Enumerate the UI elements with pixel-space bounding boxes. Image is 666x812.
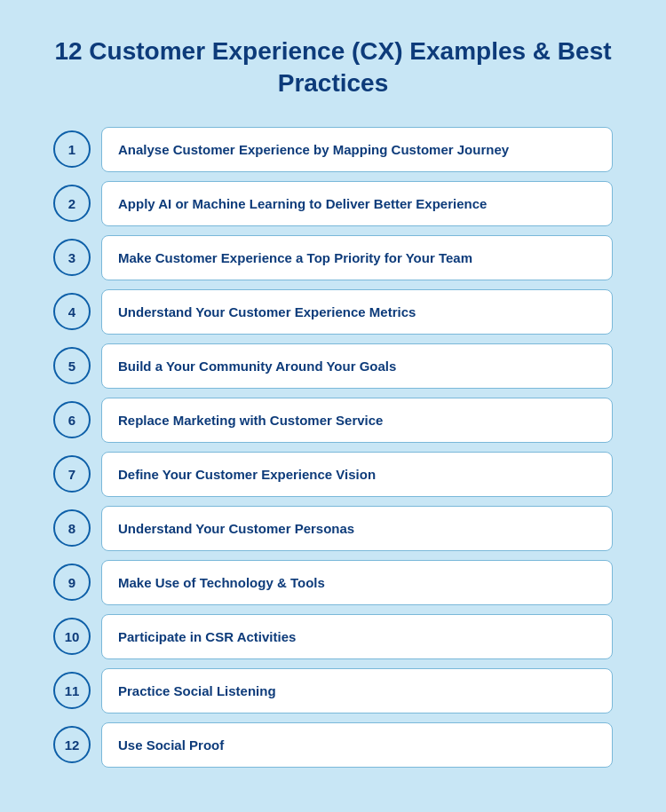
item-label: Make Customer Experience a Top Priority … (101, 235, 613, 280)
number-badge: 9 (53, 564, 91, 601)
item-label: Build a Your Community Around Your Goals (101, 343, 613, 389)
item-label: Replace Marketing with Customer Service (101, 398, 613, 443)
list-item: 6Replace Marketing with Customer Service (53, 398, 613, 443)
list-item: 12Use Social Proof (53, 722, 613, 768)
number-badge: 5 (53, 347, 91, 384)
list-item: 3Make Customer Experience a Top Priority… (53, 235, 613, 280)
list-item: 1Analyse Customer Experience by Mapping … (53, 127, 613, 172)
number-badge: 4 (53, 293, 91, 330)
number-badge: 1 (53, 130, 91, 168)
number-badge: 11 (53, 672, 91, 709)
list-item: 7Define Your Customer Experience Vision (53, 452, 613, 497)
items-list: 1Analyse Customer Experience by Mapping … (53, 127, 613, 768)
number-badge: 3 (53, 239, 91, 276)
item-label: Understand Your Customer Personas (101, 506, 613, 551)
list-item: 4Understand Your Customer Experience Met… (53, 289, 613, 335)
number-badge: 6 (53, 401, 91, 438)
item-label: Analyse Customer Experience by Mapping C… (101, 127, 613, 172)
number-badge: 2 (53, 185, 91, 222)
item-label: Understand Your Customer Experience Metr… (101, 289, 613, 335)
item-label: Practice Social Listening (101, 668, 613, 713)
list-item: 10Participate in CSR Activities (53, 614, 613, 659)
number-badge: 10 (53, 618, 91, 655)
number-badge: 12 (53, 726, 91, 763)
list-item: 5Build a Your Community Around Your Goal… (53, 343, 613, 389)
list-item: 8Understand Your Customer Personas (53, 506, 613, 551)
list-item: 9Make Use of Technology & Tools (53, 560, 613, 605)
item-label: Apply AI or Machine Learning to Deliver … (101, 181, 613, 226)
item-label: Use Social Proof (101, 722, 613, 768)
item-label: Participate in CSR Activities (101, 614, 613, 659)
page-title: 12 Customer Experience (CX) Examples & B… (53, 35, 613, 100)
item-label: Define Your Customer Experience Vision (101, 452, 613, 497)
number-badge: 8 (53, 509, 91, 547)
list-item: 2Apply AI or Machine Learning to Deliver… (53, 181, 613, 226)
item-label: Make Use of Technology & Tools (101, 560, 613, 605)
list-item: 11Practice Social Listening (53, 668, 613, 713)
number-badge: 7 (53, 455, 91, 493)
